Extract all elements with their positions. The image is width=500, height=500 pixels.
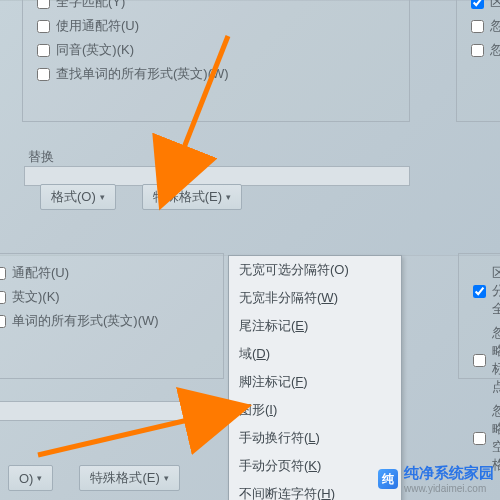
logo-icon: 纯: [378, 469, 398, 489]
cb-all-word-forms-2[interactable]: 单词的所有形式(英文)(W): [0, 312, 217, 330]
special-format-button[interactable]: 特殊格式(E)▾: [142, 184, 242, 210]
menu-item[interactable]: 无宽可选分隔符(O): [229, 256, 401, 284]
chevron-down-icon: ▾: [37, 473, 42, 483]
cb-right-3[interactable]: 忽: [471, 41, 500, 59]
brand-url: www.yidaimei.com: [404, 483, 494, 494]
menu-item[interactable]: 无宽非分隔符(W): [229, 284, 401, 312]
search-options-group: 全字匹配(Y) 使用通配符(U) 同音(英文)(K) 查找单词的所有形式(英文)…: [22, 0, 410, 122]
right-options-group-2: 区分全/ 忽略标点 忽略空格: [458, 253, 500, 379]
search-options-group-2: 通配符(U) 英文)(K) 单词的所有形式(英文)(W): [0, 253, 224, 379]
special-format-button-2[interactable]: 特殊格式(E)▾: [79, 465, 179, 491]
menu-item[interactable]: 不间断连字符(H): [229, 480, 401, 500]
menu-item[interactable]: 脚注标记(F): [229, 368, 401, 396]
cb-wildcards[interactable]: 使用通配符(U): [37, 17, 403, 35]
cb-ignore-punct[interactable]: 忽略标点: [473, 324, 500, 396]
chevron-down-icon: ▾: [226, 192, 231, 202]
cb-sounds-like[interactable]: 同音(英文)(K): [37, 41, 403, 59]
menu-item[interactable]: 域(D): [229, 340, 401, 368]
cb-match-width[interactable]: 区分全/: [473, 264, 500, 318]
cb-sounds-like-2[interactable]: 英文)(K): [0, 288, 217, 306]
special-format-menu: 无宽可选分隔符(O)无宽非分隔符(W)尾注标记(E)域(D)脚注标记(F)图形(…: [228, 255, 402, 500]
cb-right-1[interactable]: 区: [471, 0, 500, 11]
cb-all-word-forms[interactable]: 查找单词的所有形式(英文)(W): [37, 65, 403, 83]
menu-item[interactable]: 尾注标记(E): [229, 312, 401, 340]
menu-item[interactable]: 手动分页符(K): [229, 452, 401, 480]
watermark: 纯 纯净系统家园 www.yidaimei.com: [378, 464, 494, 494]
menu-item[interactable]: 图形(I): [229, 396, 401, 424]
format-button[interactable]: 格式(O)▾: [40, 184, 116, 210]
right-options-group: 区 忽 忽: [456, 0, 500, 122]
replace-section-label: 替换: [28, 148, 54, 166]
replace-input-2[interactable]: [0, 401, 224, 421]
button-row-2: O)▾ 特殊格式(E)▾: [8, 465, 180, 491]
cb-right-2[interactable]: 忽: [471, 17, 500, 35]
cb-wildcards-2[interactable]: 通配符(U): [0, 264, 217, 282]
brand-text: 纯净系统家园: [404, 464, 494, 483]
menu-item[interactable]: 手动换行符(L): [229, 424, 401, 452]
chevron-down-icon: ▾: [100, 192, 105, 202]
format-button-2[interactable]: O)▾: [8, 465, 53, 491]
cb-whole-words[interactable]: 全字匹配(Y): [37, 0, 403, 11]
chevron-down-icon: ▾: [164, 473, 169, 483]
replace-input[interactable]: [24, 166, 410, 186]
button-row: 格式(O)▾ 特殊格式(E)▾: [40, 184, 242, 210]
top-screenshot: 全字匹配(Y) 使用通配符(U) 同音(英文)(K) 查找单词的所有形式(英文)…: [0, 0, 500, 255]
